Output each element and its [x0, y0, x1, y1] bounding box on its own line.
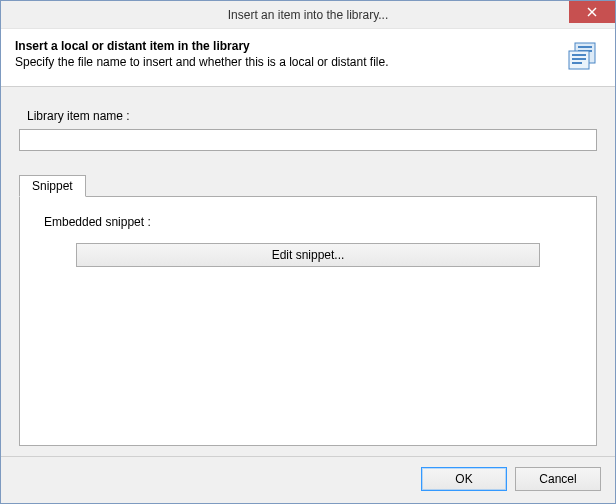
svg-rect-7: [572, 54, 586, 56]
library-item-name-input[interactable]: [19, 129, 597, 151]
ok-button[interactable]: OK: [421, 467, 507, 491]
tab-snippet[interactable]: Snippet: [19, 175, 86, 197]
dialog-footer: OK Cancel: [1, 456, 615, 503]
close-button[interactable]: [569, 1, 615, 23]
svg-rect-3: [578, 46, 592, 48]
dialog-body: Library item name : Snippet Embedded sni…: [1, 87, 615, 456]
header-panel: Insert a local or distant item in the li…: [1, 29, 615, 87]
tab-header: Snippet: [19, 175, 597, 196]
cancel-button-label: Cancel: [539, 472, 576, 486]
library-item-name-label: Library item name :: [27, 109, 597, 123]
close-icon: [587, 7, 597, 17]
tab-snippet-label: Snippet: [32, 179, 73, 193]
window-title: Insert an item into the library...: [228, 8, 389, 22]
header-description: Specify the file name to insert and whet…: [15, 55, 389, 69]
svg-rect-9: [572, 62, 582, 64]
dialog-window: Insert an item into the library... Inser…: [0, 0, 616, 504]
header-title: Insert a local or distant item in the li…: [15, 39, 389, 53]
cancel-button[interactable]: Cancel: [515, 467, 601, 491]
snippet-panel: Embedded snippet : Edit snippet...: [19, 196, 597, 446]
embedded-snippet-label: Embedded snippet :: [44, 215, 578, 229]
ok-button-label: OK: [455, 472, 472, 486]
titlebar: Insert an item into the library...: [1, 1, 615, 29]
library-icon: [567, 39, 601, 74]
edit-snippet-button[interactable]: Edit snippet...: [76, 243, 540, 267]
header-text: Insert a local or distant item in the li…: [15, 39, 389, 69]
edit-snippet-button-label: Edit snippet...: [272, 248, 345, 262]
tab-area: Snippet Embedded snippet : Edit snippet.…: [19, 175, 597, 446]
svg-rect-8: [572, 58, 586, 60]
